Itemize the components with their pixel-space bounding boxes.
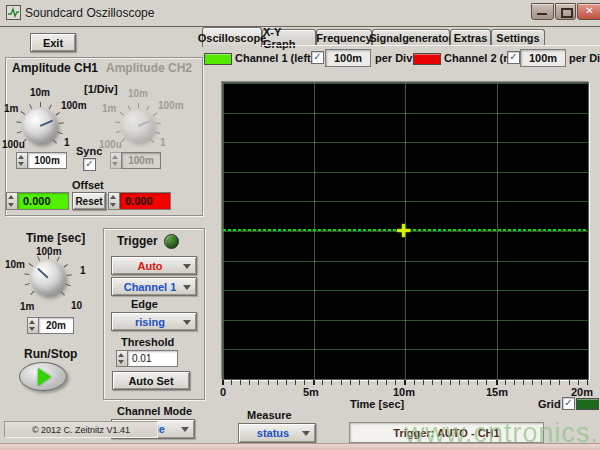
amplitude-ch1-value[interactable]: 100m: [27, 152, 67, 169]
runstop-button[interactable]: [19, 362, 67, 391]
time-title: Time [sec]: [26, 231, 85, 245]
x-tick-label: 15m: [486, 386, 508, 398]
offset-reset-button[interactable]: Reset: [72, 192, 106, 210]
knob-label: 1m: [4, 103, 18, 114]
amplitude-ch2-knob[interactable]: [122, 110, 154, 142]
window-title: Soundcard Oszilloscope: [25, 6, 154, 20]
time-value[interactable]: 20m: [38, 317, 74, 334]
amplitude-ch2-value[interactable]: 100m: [121, 152, 161, 169]
knob-needle: [40, 120, 54, 127]
knob-needle: [138, 120, 151, 127]
maximize-icon: [561, 8, 573, 18]
chevron-down-icon: [302, 431, 310, 436]
edge-value: rising: [135, 316, 165, 328]
autoset-button[interactable]: Auto Set: [112, 371, 190, 390]
x-tick-label: 5m: [303, 386, 319, 398]
offset-ch2-value[interactable]: 0.000: [119, 192, 171, 210]
exit-button[interactable]: Exit: [30, 33, 76, 52]
x-tick-label: 0: [220, 386, 226, 398]
channel1-perdiv-value[interactable]: 100m: [325, 49, 371, 67]
offset-ch1-value[interactable]: 0.000: [17, 192, 69, 210]
amplitude-unit-label: [1/Div]: [84, 83, 118, 95]
knob-label: 100u: [99, 139, 122, 150]
tab-frequency[interactable]: Frequency: [316, 29, 372, 46]
x-axis-ticks: [222, 380, 588, 385]
threshold-label: Threshold: [121, 336, 174, 348]
runstop-label: Run/Stop: [24, 347, 77, 361]
trigger-title: Trigger: [117, 234, 158, 248]
measure-label: Measure: [247, 409, 292, 421]
chevron-down-icon: [183, 264, 191, 269]
channel1-label: Channel 1 (left): [235, 52, 314, 64]
knob-label: 1m: [20, 301, 34, 312]
knob-label: 100u: [2, 139, 25, 150]
scope-display[interactable]: [222, 82, 589, 380]
knob-label: 10m: [128, 88, 148, 99]
tab-settings[interactable]: Settings: [491, 29, 545, 46]
minimize-button[interactable]: [531, 3, 554, 20]
x-axis-label: Time [sec]: [350, 398, 404, 410]
edge-dropdown[interactable]: rising: [111, 312, 197, 331]
channel1-checkbox[interactable]: ✓: [311, 51, 324, 64]
knob-label: 1: [64, 137, 70, 148]
close-icon: ✕: [578, 5, 600, 16]
knob-label: 100m: [158, 100, 184, 111]
trigger-source-dropdown[interactable]: Channel 1: [111, 277, 197, 296]
x-tick-label: 10m: [393, 386, 415, 398]
knob-label: 100m: [61, 100, 87, 111]
trigger-source-value: Channel 1: [124, 281, 177, 293]
tab-signalgenerator[interactable]: Signalgenerator: [372, 29, 450, 46]
trigger-mode-value: Auto: [137, 260, 162, 272]
chevron-down-icon: [183, 320, 191, 325]
knob-needle: [37, 268, 49, 279]
maximize-button[interactable]: [555, 3, 576, 20]
channel1-color-swatch: [204, 53, 232, 65]
knob-label: 10m: [5, 259, 25, 270]
measure-dropdown[interactable]: status: [238, 423, 316, 443]
channel2-checkbox[interactable]: ✓: [507, 51, 520, 64]
app-icon: [6, 5, 21, 20]
chevron-down-icon: [183, 285, 191, 290]
tab-xy-graph[interactable]: X-Y Graph: [262, 29, 316, 46]
cursor-crosshair[interactable]: [397, 229, 410, 232]
tab-oscilloscope[interactable]: Oscilloscope: [202, 27, 262, 47]
channel1-perdiv-unit: per Div: [375, 52, 412, 64]
channel2-color-swatch: [413, 53, 441, 65]
minimize-icon: [537, 13, 547, 15]
channel2-perdiv-unit: per Div: [569, 52, 600, 64]
threshold-value[interactable]: 0.01: [127, 350, 178, 367]
watermark: www.cntronics.com: [405, 418, 600, 449]
channel2-perdiv-value[interactable]: 100m: [520, 49, 566, 67]
amplitude-ch1-title: Amplitude CH1: [12, 61, 98, 75]
trigger-led: [164, 234, 179, 249]
close-button[interactable]: ✕: [577, 3, 600, 20]
trigger-mode-dropdown[interactable]: Auto: [111, 256, 197, 275]
play-icon: [38, 368, 51, 386]
knob-label: 100m: [36, 246, 62, 257]
grid-checkbox[interactable]: ✓: [562, 397, 575, 410]
chevron-down-icon: [181, 427, 189, 432]
knob-label: 10m: [30, 87, 50, 98]
measure-value: status: [257, 427, 289, 439]
offset-title: Offset: [72, 179, 104, 191]
tab-extras[interactable]: Extras: [450, 29, 491, 46]
knob-label: 1: [80, 265, 86, 276]
knob-label: 1: [160, 137, 166, 148]
sync-checkbox[interactable]: ✓: [83, 158, 96, 171]
knob-label: 10: [71, 300, 82, 311]
knob-ticks: [31, 261, 65, 295]
amplitude-ch2-title: Amplitude CH2: [106, 61, 192, 75]
grid-label: Grid: [538, 398, 561, 410]
tab-panel-edge: [207, 45, 600, 46]
channel-mode-label: Channel Mode: [117, 405, 192, 417]
knob-label: 1m: [102, 103, 116, 114]
grid-color-swatch[interactable]: [576, 398, 599, 410]
edge-label: Edge: [131, 298, 158, 310]
copyright-label: © 2012 C. Zeitnitz V1.41: [4, 421, 158, 438]
amplitude-ch1-knob[interactable]: [23, 109, 57, 143]
time-knob[interactable]: [31, 261, 65, 295]
